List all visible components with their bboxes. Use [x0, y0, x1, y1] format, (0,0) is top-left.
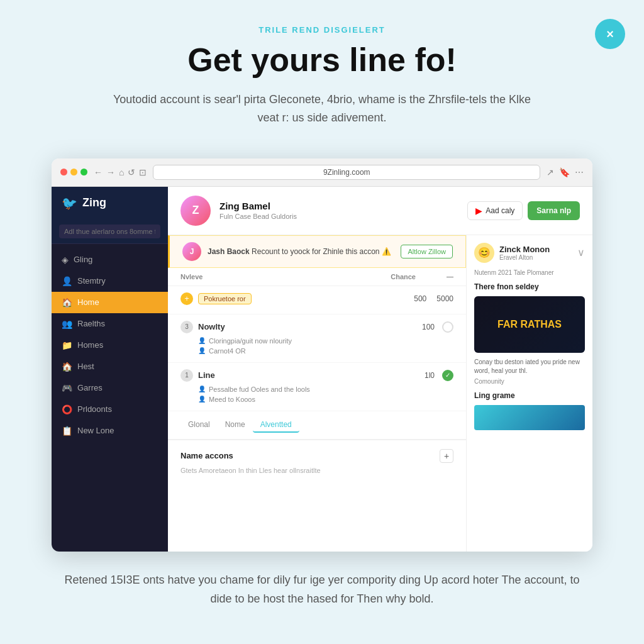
close-icon: × — [606, 27, 614, 42]
video-call-button[interactable]: ▶ Aad caly — [467, 201, 523, 220]
share-icon[interactable]: ↗ — [547, 167, 554, 177]
homes-icon: 📁 — [62, 340, 72, 350]
notification-bar: J Jash Baock Recount to yoock for Zhinle… — [168, 235, 466, 268]
sidebar-nav: ◈ Gling 👤 Stemtry 🏠 Home 👥 Raelths 📁 — [52, 244, 168, 552]
col-dash-header: — — [416, 273, 453, 280]
sidebar-item-stemtry[interactable]: 👤 Stemtry — [52, 270, 168, 292]
name-accons-title: Name accons — [180, 451, 233, 460]
sidebar-search-input[interactable] — [59, 225, 160, 238]
section-number-2: 3 — [180, 321, 193, 333]
sidebar-item-home[interactable]: 🏠 Home — [52, 292, 168, 313]
bookmark-icon[interactable]: 🔖 — [559, 167, 570, 177]
more-icon[interactable]: ⋯ — [575, 167, 584, 177]
val1-row2: 100 — [422, 323, 435, 331]
sidebar-item-gling-label: Gling — [74, 255, 92, 264]
check-circle-3[interactable]: ✓ — [442, 370, 453, 381]
table-header: Nvleve Chance — — [168, 268, 466, 286]
logo-icon: 🐦 — [62, 196, 77, 211]
back-icon[interactable]: ← — [94, 167, 103, 177]
col-chance-header: Chance — [365, 273, 416, 280]
table-row: + Pokruetoe ror 500 5000 — [168, 286, 466, 314]
add-icon[interactable]: + — [180, 292, 193, 305]
content-right: 😊 Zinck Monon Eravel Alton ∨ Nutenm 2021… — [467, 235, 592, 552]
right-sub: Eravel Alton — [499, 254, 550, 261]
main-content: Z Zing Bamel Fuln Case Bead Guldoris ▶ A… — [168, 187, 592, 552]
add-name-button[interactable]: + — [440, 449, 453, 463]
sidebar-item-raelths-label: Raelths — [77, 319, 105, 328]
allow-button[interactable]: Altlow Zillow — [401, 245, 453, 258]
right-desc: Conay tbu deston iated you pride new wor… — [474, 358, 585, 375]
sidebar-item-prldoonts[interactable]: ⭕ Prldoonts — [52, 399, 168, 420]
refresh-icon[interactable]: ↺ — [128, 167, 135, 177]
section-title-2: Nowlty — [198, 322, 225, 331]
name-accons-header: Name accons + — [180, 449, 453, 463]
stemtry-icon: 👤 — [62, 276, 72, 286]
close-button[interactable]: × — [595, 19, 625, 49]
sub-items-2: 👤 Cloringpia/guit now nlourity 👤 Carnot4… — [198, 336, 453, 356]
tab-glonal[interactable]: Glonal — [180, 418, 218, 433]
video-call-label: Aad caly — [486, 206, 514, 215]
home-icon[interactable]: ⌂ — [119, 167, 124, 177]
sidebar-item-hest[interactable]: 🏠 Hest — [52, 356, 168, 377]
trile-label: TRILE REND DISGIELERT — [50, 25, 594, 35]
section-title-row-2: 3 Nowlty 100 — [180, 321, 453, 333]
garres-icon: 🎮 — [62, 383, 72, 393]
notif-user: Jash Baock — [208, 247, 250, 256]
col-name-header: Nvleve — [180, 273, 365, 280]
sidebar-item-gling[interactable]: ◈ Gling — [52, 249, 168, 270]
sidebar-item-raelths[interactable]: 👥 Raelths — [52, 313, 168, 335]
right-image: FAR RATHAS — [474, 296, 585, 353]
follow-button[interactable]: Sarna nlp — [528, 201, 580, 220]
sidebar-search — [52, 219, 168, 244]
window-icon: ⊡ — [139, 167, 147, 177]
sidebar-item-new-lone[interactable]: 📋 New Lone — [52, 420, 168, 441]
right-section-title-1: There fnon seldey — [474, 282, 585, 291]
sidebar: 🐦 Zing ◈ Gling 👤 Stemtry 🏠 Home — [52, 187, 168, 552]
sub-item: 👤 Meed to Kooos — [198, 394, 453, 404]
prldoonts-icon: ⭕ — [62, 404, 72, 414]
profile-info: Zing Bamel Fuln Case Bead Guldoris — [219, 201, 458, 220]
browser-right-icons: ↗ 🔖 ⋯ — [547, 167, 584, 177]
val2-row1: 5000 — [436, 294, 453, 303]
sub-items-3: 👤 Pessalbe fud Ooles and the lools 👤 Mee… — [198, 384, 453, 404]
logo-text: Zing — [82, 196, 106, 209]
val1-row1: 500 — [414, 294, 426, 303]
dot-green[interactable] — [80, 169, 87, 175]
sidebar-item-home-label: Home — [77, 297, 99, 307]
raelths-icon: 👥 — [62, 319, 72, 329]
sidebar-item-homes-label: Homes — [77, 340, 103, 350]
content-split: J Jash Baock Recount to yoock for Zhinle… — [168, 235, 592, 552]
notif-bar-left: J Jash Baock Recount to yoock for Zhinle… — [182, 242, 391, 261]
address-bar[interactable]: 9Zinling.coom — [153, 165, 540, 180]
forward-icon[interactable]: → — [106, 167, 115, 177]
sidebar-item-stemtry-label: Stemtry — [77, 276, 106, 286]
table-row: 3 Nowlty 100 👤 Cloringpia/guit now nlour… — [168, 314, 466, 363]
image-overlay-text: FAR RATHAS — [474, 296, 585, 353]
sub-item-label-2: Carnot4 OR — [209, 347, 246, 355]
sub-item-label-1: Cloringpia/guit now nlourity — [209, 337, 292, 345]
chevron-down-icon[interactable]: ∨ — [577, 247, 585, 258]
check-circle-2[interactable] — [442, 321, 453, 333]
browser-nav-icons: ← → ⌂ ↺ ⊡ — [94, 167, 147, 177]
sub-item-icon: 👤 — [198, 347, 206, 354]
sidebar-item-homes[interactable]: 📁 Homes — [52, 335, 168, 356]
dot-yellow[interactable] — [70, 169, 77, 175]
sub-item-icon: 👤 — [198, 386, 206, 392]
dot-red[interactable] — [60, 169, 67, 175]
youtube-icon: ▶ — [475, 206, 482, 216]
browser-chrome: ← → ⌂ ↺ ⊡ 9Zinling.coom ↗ 🔖 ⋯ — [52, 158, 592, 187]
tabs-row: Glonal Nome Alventted — [168, 411, 466, 440]
notif-message: Recount to yoock for Zhinle this accon ⚠… — [252, 247, 391, 256]
profile-actions: ▶ Aad caly Sarna nlp — [467, 201, 580, 220]
tab-alventted[interactable]: Alventted — [253, 418, 299, 433]
bottom-text: Retened 15I3E onts hatve you chame for d… — [0, 552, 644, 628]
sub-item-label-4: Meed to Kooos — [209, 396, 255, 403]
val1-row3: 1l0 — [425, 371, 435, 380]
right-name: Zinck Monon — [499, 245, 550, 254]
tab-nome[interactable]: Nome — [218, 418, 253, 433]
section-title-row-1: + Pokruetoe ror 500 5000 — [180, 292, 453, 305]
sidebar-item-garres[interactable]: 🎮 Garres — [52, 377, 168, 399]
browser-dots — [60, 169, 87, 175]
sub-item: 👤 Pessalbe fud Ooles and the lools — [198, 384, 453, 394]
section-number-3: 1 — [180, 369, 193, 382]
